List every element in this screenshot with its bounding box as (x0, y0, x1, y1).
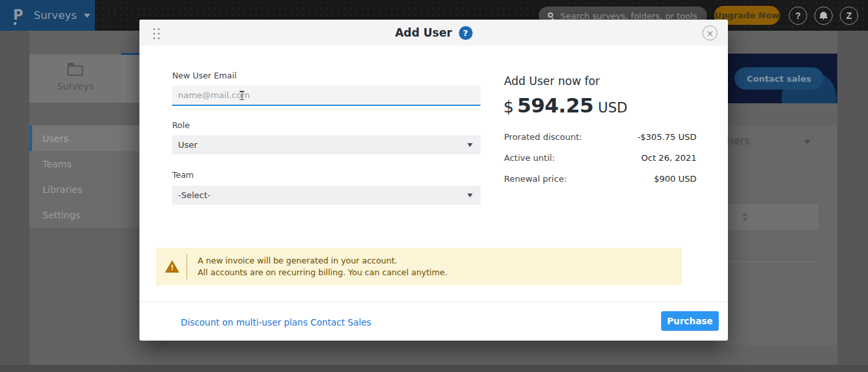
chevron-down-icon[interactable] (804, 140, 810, 144)
sort-icon[interactable] (742, 212, 748, 221)
price-amount: $ 594.25 USD (503, 93, 627, 117)
contact-sales-button[interactable]: Contact sales (734, 67, 823, 90)
bell-icon (820, 12, 827, 20)
prorated-discount-row: Prorated discount: -$305.75 USD (504, 132, 696, 142)
role-label: Role (172, 120, 190, 130)
currency-unit: USD (598, 100, 628, 116)
contact-sales-link[interactable]: Discount on multi-user plans Contact Sal… (181, 317, 371, 328)
folder-icon (67, 65, 83, 76)
warning-icon: ! (165, 260, 179, 273)
renewal-price-row: Renewal price: $900 USD (504, 174, 696, 184)
currency-symbol: $ (503, 97, 514, 116)
purchase-button[interactable]: Purchase (661, 311, 719, 331)
app-screen: P Surveys Search surveys, folders, or to… (0, 0, 868, 372)
warning-divider (187, 254, 187, 279)
tab-active-partial[interactable] (121, 53, 139, 103)
dialog-title: Add User (395, 26, 452, 39)
new-user-email-input[interactable] (172, 86, 480, 106)
search-icon (548, 12, 555, 20)
warning-message: A new invoice will be generated in your … (198, 255, 447, 278)
tab-surveys[interactable]: Surveys (29, 54, 121, 103)
amount-value: 594.25 (517, 93, 594, 117)
drag-handle-icon[interactable] (153, 28, 160, 39)
product-name: Surveys (33, 9, 77, 22)
dialog-footer: Discount on multi-user plans Contact Sal… (139, 301, 728, 341)
chevron-down-icon (467, 143, 473, 147)
warning-line-1: A new invoice will be generated in your … (198, 255, 447, 267)
notifications-button[interactable] (814, 7, 833, 25)
text-cursor-icon (240, 91, 244, 100)
dialog-help-button[interactable]: ? (459, 26, 473, 40)
email-label: New User Email (172, 71, 236, 80)
chevron-down-icon (84, 14, 90, 18)
team-select[interactable]: -Select- (172, 186, 480, 205)
team-label: Team (172, 170, 194, 180)
team-value: -Select- (178, 190, 211, 200)
brand-logo-icon: P (13, 8, 23, 22)
brand-product-switcher[interactable]: P Surveys (0, 0, 95, 31)
page-footer-strip (0, 365, 868, 372)
add-user-dialog: Add User ? × New User Email Role User Te… (139, 20, 728, 341)
price-heading: Add User now for (504, 75, 600, 88)
email-field-wrap (172, 86, 480, 106)
active-until-row: Active until: Oct 26, 2021 (504, 153, 696, 163)
dialog-header: Add User ? × (139, 20, 728, 46)
chevron-down-icon (467, 194, 473, 197)
close-icon[interactable]: × (702, 25, 717, 41)
role-value: User (178, 140, 198, 150)
help-button[interactable]: ? (789, 7, 807, 25)
invoice-warning-banner: ! A new invoice will be generated in you… (156, 248, 682, 286)
user-avatar[interactable]: Z (840, 7, 858, 25)
warning-line-2: All accounts are on recurring billing. Y… (198, 267, 447, 279)
role-select[interactable]: User (172, 135, 480, 154)
